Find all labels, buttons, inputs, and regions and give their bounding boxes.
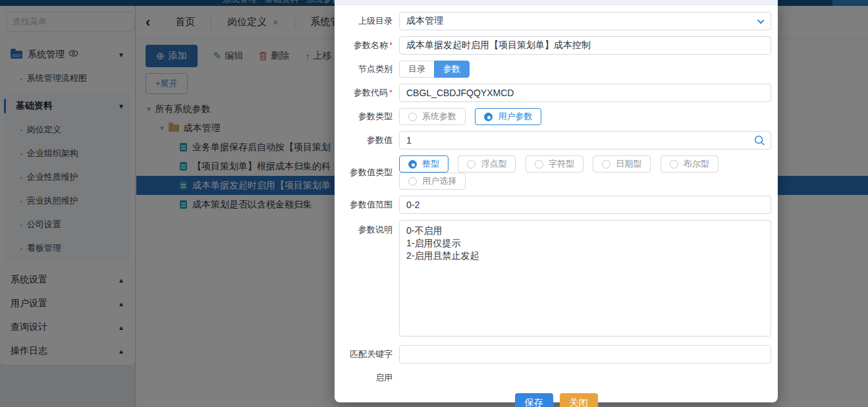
radio-icon	[535, 160, 543, 169]
row-param-name: 参数名称*	[335, 36, 778, 55]
node-type-directory-option[interactable]: 目录	[399, 61, 434, 78]
field-label: 启用	[335, 372, 393, 384]
row-node-type: 节点类别 目录 参数	[335, 61, 778, 78]
radio-icon	[408, 113, 417, 121]
param-value-input[interactable]	[399, 131, 771, 149]
row-param-value: 参数值	[335, 131, 778, 149]
radio-label: 系统参数	[422, 111, 456, 122]
radio-label: 用户参数	[498, 111, 532, 122]
param-description-textarea[interactable]: 0-不启用 1-启用仅提示 2-启用且禁止发起	[399, 220, 771, 337]
value-type-float-radio[interactable]: 浮点型	[458, 155, 516, 173]
radio-icon	[408, 177, 417, 186]
radio-label: 字符型	[549, 158, 574, 170]
toggle-knob	[387, 379, 398, 390]
param-name-input[interactable]	[399, 36, 771, 55]
param-code-input[interactable]	[399, 84, 771, 102]
field-label: 匹配关键字	[335, 348, 393, 360]
radio-icon	[467, 160, 475, 169]
required-mark: *	[389, 88, 393, 97]
field-label: 参数名称*	[335, 40, 393, 51]
param-type-user-radio[interactable]: 用户参数	[475, 108, 541, 125]
row-parent-directory: 上级目录	[335, 12, 778, 30]
field-label: 参数值	[335, 134, 393, 146]
field-label: 上级目录	[335, 15, 393, 27]
save-button[interactable]: 保存	[515, 393, 553, 407]
value-type-integer-radio[interactable]: 整型	[399, 155, 448, 173]
radio-icon	[602, 160, 610, 169]
value-range-input[interactable]	[399, 196, 771, 214]
row-enabled: 启用 是	[335, 372, 778, 384]
parent-directory-select[interactable]	[399, 12, 771, 30]
radio-icon	[408, 160, 417, 169]
value-type-user-select-radio[interactable]: 用户选择	[399, 173, 466, 190]
match-keyword-input[interactable]	[399, 345, 771, 364]
field-label: 参数代码*	[335, 87, 393, 99]
dialog-header-strip	[335, 0, 778, 5]
field-label: 参数值类型	[335, 167, 393, 178]
param-type-system-radio[interactable]: 系统参数	[399, 108, 466, 125]
radio-label: 整型	[422, 158, 439, 170]
row-match-keyword: 匹配关键字	[335, 345, 778, 364]
row-param-description: 参数说明 0-不启用 1-启用仅提示 2-启用且禁止发起	[335, 220, 778, 339]
field-label: 节点类别	[335, 63, 393, 75]
radio-icon	[484, 113, 493, 121]
row-value-range: 参数值范围	[335, 196, 778, 214]
node-type-segmented: 目录 参数	[399, 61, 470, 78]
value-type-date-radio[interactable]: 日期型	[593, 155, 651, 173]
radio-label: 浮点型	[481, 158, 506, 170]
edit-parameter-dialog: 上级目录 参数名称* 节点类别 目录 参数	[335, 0, 778, 402]
value-type-boolean-radio[interactable]: 布尔型	[661, 155, 719, 173]
field-label: 参数类型	[335, 111, 393, 122]
search-lookup-icon[interactable]	[754, 135, 765, 146]
radio-label: 用户选择	[422, 175, 456, 187]
dialog-footer: 保存 关闭	[335, 393, 778, 407]
radio-label: 布尔型	[684, 158, 709, 170]
row-param-code: 参数代码*	[335, 84, 778, 102]
close-button[interactable]: 关闭	[560, 393, 598, 407]
radio-label: 日期型	[616, 158, 641, 170]
row-value-type: 参数值类型 整型 浮点型 字符型	[335, 155, 778, 190]
field-label: 参数说明	[335, 220, 393, 236]
app-window: 系统管理 - 基础资料 - 系统参数 系统管理 ▼	[0, 0, 868, 407]
node-type-parameter-option[interactable]: 参数	[434, 61, 470, 78]
row-param-type: 参数类型 系统参数 用户参数	[335, 108, 778, 125]
required-mark: *	[389, 40, 393, 50]
value-type-string-radio[interactable]: 字符型	[526, 155, 583, 173]
toggle-on-label: 是	[404, 380, 412, 389]
dialog-body: 上级目录 参数名称* 节点类别 目录 参数	[335, 5, 778, 407]
field-label: 参数值范围	[335, 199, 393, 211]
radio-icon	[670, 160, 678, 169]
